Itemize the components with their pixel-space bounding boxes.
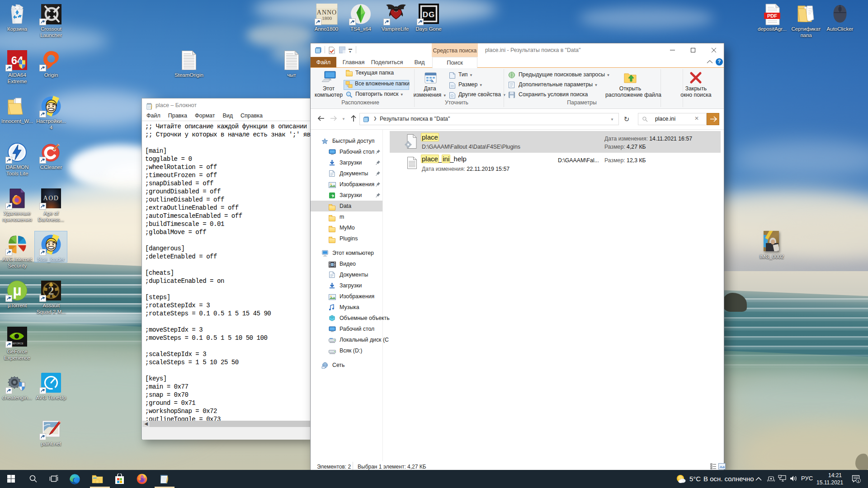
svg-text:ANNO: ANNO	[317, 9, 337, 16]
svg-text:µ: µ	[13, 282, 22, 299]
svg-text:1800: 1800	[322, 15, 332, 21]
svg-text:2: 2	[48, 284, 54, 297]
svg-text:PDF: PDF	[767, 13, 777, 19]
svg-text:AOD: AOD	[43, 195, 59, 202]
svg-text:1: 1	[857, 479, 859, 483]
svg-text:DG: DG	[422, 10, 435, 19]
svg-text:GEFORCE: GEFORCE	[11, 342, 24, 345]
